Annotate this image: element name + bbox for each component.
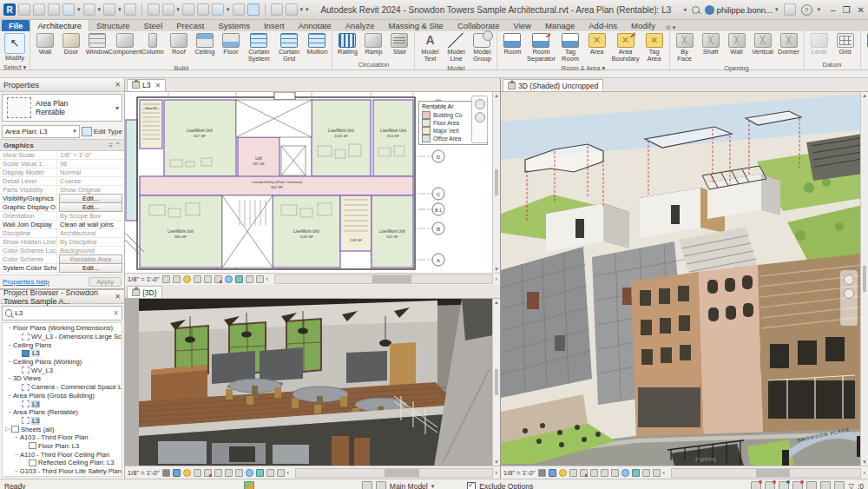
text-icon[interactable] — [197, 3, 209, 16]
pan-left-icon[interactable]: ‹ — [266, 275, 269, 283]
tab-annotate[interactable]: Annotate — [292, 20, 339, 31]
dormer-button[interactable]: Dormer — [776, 32, 802, 56]
tree-item[interactable]: −Area Plans (Gross Building) — [3, 392, 122, 400]
properties-help-link[interactable]: Properties help — [3, 278, 49, 286]
3d-view-dropdown[interactable]: ▾ — [227, 6, 230, 13]
tab-steel[interactable]: Steel — [137, 20, 170, 31]
sun-path-icon[interactable] — [183, 469, 191, 477]
work-plane-group-label[interactable]: Work Plane — [863, 63, 868, 73]
interior-3d-view[interactable]: ▲▼ — [125, 299, 500, 466]
visual-style-icon[interactable] — [173, 275, 181, 283]
drag-on-selection-icon[interactable] — [834, 481, 845, 489]
window-button[interactable]: Window — [84, 32, 110, 56]
tab-file[interactable]: File — [2, 20, 30, 31]
pan-right-icon[interactable]: › — [496, 469, 498, 477]
aerial-3d-view[interactable]: Parking SNOWDON PLACE ▲▼ — [501, 92, 868, 466]
element-selector[interactable]: Area Plan: L3▾ — [2, 125, 80, 138]
tree-item[interactable]: Camera - Commercial Space L3 — [3, 383, 122, 392]
zoom-icon[interactable] — [475, 112, 485, 122]
curtain-grid-button[interactable]: Curtain Grid — [274, 32, 305, 63]
property-row[interactable]: DisciplineArchitectural — [0, 229, 124, 238]
tree-item[interactable]: Reflected Ceiling Plan: L3 — [3, 459, 122, 467]
sync-icon[interactable] — [62, 3, 75, 16]
scale-control[interactable]: 1/8" = 1'-0" — [128, 469, 160, 477]
zoom-icon[interactable] — [844, 288, 854, 299]
tab-massing-site[interactable]: Massing & Site — [382, 20, 450, 31]
tab-analyze[interactable]: Analyze — [339, 20, 382, 31]
reveal-hidden-icon[interactable] — [621, 469, 629, 477]
aligned-dimension-icon[interactable] — [162, 3, 174, 16]
area-button[interactable]: Area — [584, 32, 610, 56]
displacement-icon[interactable] — [653, 469, 661, 477]
model-group-button[interactable]: Model Group — [469, 32, 495, 63]
tab-structure[interactable]: Structure — [89, 20, 137, 31]
datum-group-label[interactable]: Datum — [806, 60, 858, 69]
worksets-icon[interactable] — [362, 481, 372, 489]
clear-search-icon[interactable]: ✕ — [113, 309, 119, 317]
filter-icon[interactable]: ▽ — [848, 482, 854, 489]
help-icon[interactable]: ? — [801, 4, 812, 16]
roof-button[interactable]: Roof — [166, 32, 192, 56]
tab-view[interactable]: View — [507, 20, 538, 31]
show-crop-region-icon[interactable] — [601, 469, 608, 477]
edit-button[interactable]: Edit... — [59, 263, 122, 273]
modify-options-icon[interactable]: ⊙ ▾ — [662, 24, 679, 31]
edit-type-button[interactable]: Edit Type — [82, 127, 122, 136]
show-crop-region-icon[interactable] — [225, 469, 233, 477]
door-button[interactable]: Door — [58, 32, 84, 56]
unlocked-view-icon[interactable] — [611, 469, 619, 477]
scale-control[interactable]: 1/8" = 1'-0" — [503, 469, 536, 477]
temporary-hide-isolate-icon[interactable] — [632, 469, 640, 477]
reveal-hidden-icon[interactable] — [225, 275, 233, 283]
thin-lines-icon[interactable] — [247, 3, 260, 16]
column-button[interactable]: Column — [140, 32, 166, 56]
tab-systems[interactable]: Systems — [211, 20, 256, 31]
property-row[interactable]: Display ModelNormal — [0, 169, 124, 177]
tree-item[interactable]: −G103 - Third Floor Life Safety Plan — [3, 467, 122, 476]
by-face-button[interactable]: By Face — [672, 32, 698, 63]
print-icon[interactable] — [124, 3, 136, 16]
tree-item[interactable]: −Ceiling Plans — [3, 340, 122, 349]
tree-item[interactable]: −Ceiling Plans (Working) — [3, 358, 122, 367]
tree-item[interactable]: WV_L3 - Dimensions Large Scale — [3, 333, 122, 341]
tab-architecture[interactable]: Architecture — [30, 19, 89, 31]
tree-item[interactable]: Floor Plan: L3 Life Safety Plan — [3, 475, 122, 477]
set-button[interactable]: Set — [863, 32, 868, 56]
tree-item[interactable]: −A103 - Third Floor Plan — [3, 433, 122, 442]
scale-control[interactable]: 1/8" = 1'-0" — [128, 275, 160, 283]
temporary-hide-isolate-icon[interactable] — [235, 275, 243, 283]
save-icon[interactable] — [48, 3, 60, 16]
pan-right-icon[interactable]: › — [496, 275, 498, 283]
interior-horizontal-scrollbar[interactable] — [295, 468, 492, 478]
redo-dropdown[interactable]: ▾ — [118, 6, 122, 13]
pan-left-icon[interactable]: ‹ — [287, 469, 290, 477]
select-pinned-icon[interactable] — [806, 481, 817, 489]
browser-search-input[interactable] — [15, 309, 110, 317]
tag-area-button[interactable]: Tag Area — [641, 32, 667, 63]
steering-wheel-icon[interactable] — [844, 274, 854, 285]
ceiling-button[interactable]: Ceiling — [192, 32, 218, 56]
select-group-label[interactable]: Select ▾ — [2, 63, 28, 72]
workset-status-icon[interactable] — [244, 481, 254, 489]
sun-path-icon[interactable] — [183, 275, 191, 283]
minimize-button[interactable]: – — [831, 5, 836, 15]
reveal-hidden-icon[interactable] — [246, 469, 253, 477]
unlocked-view-icon[interactable] — [235, 469, 243, 477]
design-options-icon[interactable] — [376, 481, 386, 489]
tree-item[interactable]: L3 — [3, 417, 122, 426]
aerial-horizontal-scrollbar[interactable] — [671, 468, 860, 478]
restore-button[interactable]: ❐ — [843, 5, 851, 15]
switch-windows-icon[interactable] — [286, 3, 298, 16]
vertical-opening-button[interactable]: Vertical — [750, 32, 776, 56]
stair-button[interactable]: Stair — [386, 32, 412, 56]
plan-view-tab[interactable]: L3 ✕ — [127, 79, 166, 91]
section-icon[interactable] — [233, 3, 245, 16]
wall-opening-button[interactable]: Wall — [724, 32, 750, 56]
crop-view-icon[interactable] — [590, 469, 598, 477]
model-group-label[interactable]: Model — [417, 63, 495, 73]
mullion-button[interactable]: Mullion — [304, 32, 330, 56]
tree-item[interactable]: WV_L3 — [3, 366, 122, 374]
interior-view-tab[interactable]: {3D} — [127, 286, 162, 298]
property-row[interactable]: Show Hidden LinesBy Discipline — [0, 238, 124, 247]
type-selector-dropdown-icon[interactable]: ▾ — [115, 104, 122, 112]
